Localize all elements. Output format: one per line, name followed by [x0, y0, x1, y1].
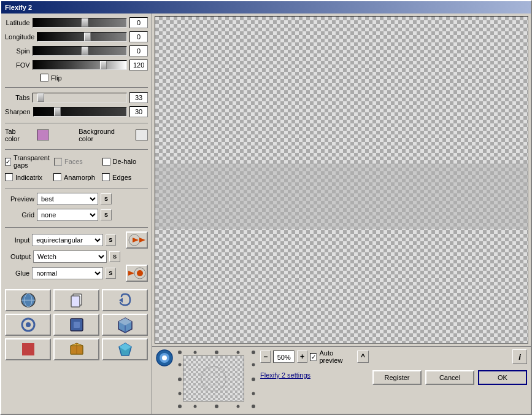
- fov-track[interactable]: [33, 60, 128, 70]
- anamorph-label: Anamorph: [64, 174, 95, 181]
- window-title: Flexify 2: [5, 4, 32, 11]
- preview-dropdown[interactable]: best good fast: [37, 193, 98, 205]
- register-label: Register: [385, 374, 410, 381]
- longitude-row: Longitude 0: [5, 31, 148, 42]
- svg-rect-24: [22, 347, 34, 351]
- svg-point-48: [194, 351, 197, 354]
- tabs-value[interactable]: 33: [129, 92, 148, 103]
- svg-point-43: [194, 405, 197, 408]
- divider-3: [5, 149, 148, 150]
- edges-checkbox[interactable]: [102, 173, 110, 181]
- sharpen-thumb[interactable]: [54, 107, 61, 116]
- svg-point-33: [178, 351, 182, 354]
- input-s-button[interactable]: S: [106, 235, 116, 246]
- svg-rect-22: [29, 351, 34, 355]
- anamorph-item: Anamorph: [53, 173, 99, 181]
- window-body: Latitude 0 Longitude 0 Spin 0: [1, 14, 531, 414]
- latitude-value[interactable]: 0: [129, 17, 148, 28]
- sharpen-track[interactable]: [33, 107, 128, 117]
- tab-color-swatch[interactable]: [37, 130, 49, 141]
- anamorph-checkbox[interactable]: [53, 173, 61, 181]
- longitude-track[interactable]: [37, 32, 127, 42]
- indicatrix-label: Indicatrix: [15, 174, 42, 181]
- faces-label: Faces: [64, 158, 83, 165]
- arrow-up-button[interactable]: ^: [357, 351, 369, 363]
- svg-marker-2: [139, 238, 145, 242]
- svg-point-35: [178, 405, 182, 408]
- tabs-track[interactable]: [33, 93, 128, 103]
- crosshair-button[interactable]: [5, 338, 51, 360]
- cancel-label: Cancel: [439, 374, 460, 381]
- main-window: Flexify 2 Latitude 0 Longitude 0: [0, 0, 532, 415]
- thumbnail-image: [183, 355, 244, 401]
- divider-4: [5, 188, 148, 188]
- ok-button[interactable]: OK: [478, 370, 527, 385]
- info-icon: i: [519, 352, 521, 362]
- flip-checkbox[interactable]: [40, 74, 48, 82]
- auto-preview-label: Auto preview: [319, 349, 352, 364]
- faces-checkbox[interactable]: [54, 158, 62, 166]
- auto-preview-checkbox[interactable]: [310, 353, 317, 361]
- bg-color-swatch[interactable]: [136, 130, 148, 141]
- latitude-label: Latitude: [5, 19, 30, 26]
- output-dropdown[interactable]: Wetch equirectangular: [33, 250, 107, 263]
- sharpen-label: Sharpen: [5, 108, 31, 115]
- ring-button[interactable]: [5, 314, 51, 336]
- cancel-button[interactable]: Cancel: [425, 370, 474, 385]
- svg-point-49: [201, 367, 226, 391]
- svg-marker-3: [128, 271, 134, 276]
- spin-track[interactable]: [33, 46, 128, 56]
- sharpen-value[interactable]: 30: [129, 106, 148, 117]
- register-button[interactable]: Register: [372, 370, 422, 385]
- latitude-track[interactable]: [33, 18, 128, 28]
- toolbar-buttons: [5, 289, 148, 360]
- title-bar: Flexify 2: [1, 1, 531, 14]
- square-button[interactable]: [53, 314, 99, 336]
- transparent-gaps-item: Transparent gaps: [5, 154, 52, 169]
- thumb-content: [183, 356, 244, 401]
- latitude-thumb[interactable]: [82, 18, 88, 27]
- longitude-thumb[interactable]: [84, 33, 91, 41]
- input-label: Input: [5, 236, 29, 244]
- divider-1: [5, 87, 148, 88]
- grid-dropdown[interactable]: none 2x2 3x3: [37, 209, 98, 221]
- glue-row: Glue normal add S: [5, 265, 148, 282]
- grid-s-button[interactable]: S: [101, 209, 112, 220]
- svg-rect-19: [22, 343, 27, 348]
- gem-button[interactable]: [102, 338, 148, 360]
- spin-value[interactable]: 0: [129, 45, 148, 56]
- svg-rect-20: [29, 343, 34, 348]
- canvas-area: [155, 16, 528, 344]
- spin-thumb[interactable]: [82, 47, 88, 55]
- glue-s-button[interactable]: S: [106, 268, 116, 279]
- copy-button[interactable]: [53, 289, 99, 311]
- longitude-value[interactable]: 0: [129, 31, 148, 42]
- zoom-minus-button[interactable]: −: [260, 351, 271, 363]
- svg-point-42: [179, 392, 182, 395]
- preview-s-button[interactable]: S: [101, 193, 112, 204]
- undo-button[interactable]: [102, 289, 148, 311]
- tabs-thumb[interactable]: [37, 93, 44, 102]
- de-halo-checkbox[interactable]: [102, 158, 110, 166]
- globe-button[interactable]: [5, 289, 51, 311]
- zoom-plus-button[interactable]: +: [297, 351, 307, 363]
- fov-thumb[interactable]: [100, 61, 107, 69]
- glue-play-button[interactable]: [126, 265, 148, 282]
- svg-point-5: [137, 270, 143, 276]
- info-button[interactable]: i: [512, 349, 527, 364]
- fov-value[interactable]: 120: [129, 60, 148, 71]
- cube-button[interactable]: [102, 314, 148, 336]
- output-label: Output: [5, 253, 31, 260]
- transparent-gaps-checkbox[interactable]: [5, 158, 11, 166]
- tab-color-label: Tab color: [5, 128, 32, 142]
- tabs-label: Tabs: [5, 94, 30, 101]
- output-s-button[interactable]: S: [109, 251, 120, 262]
- input-play-button[interactable]: [126, 231, 148, 249]
- flip-label[interactable]: Flip: [40, 74, 62, 82]
- indicatrix-checkbox[interactable]: [5, 173, 13, 181]
- ok-label: OK: [498, 374, 507, 381]
- box-button[interactable]: [53, 338, 99, 360]
- glue-dropdown[interactable]: normal add: [32, 267, 102, 279]
- settings-link[interactable]: Flexify 2 settings: [260, 371, 369, 379]
- input-dropdown[interactable]: equirectangular cubic: [32, 234, 102, 246]
